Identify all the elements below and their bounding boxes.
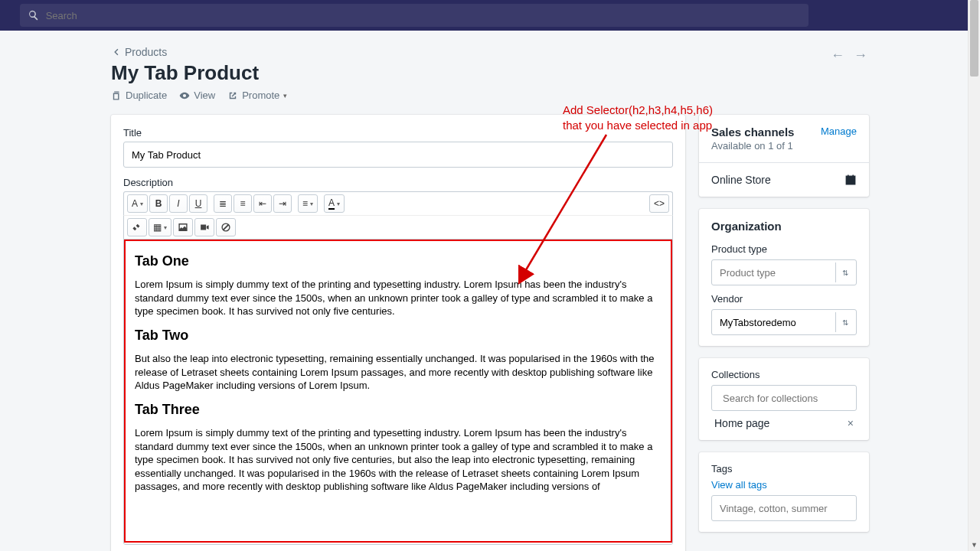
chevron-down-icon: ▾ <box>283 92 287 99</box>
organization-card: Organization Product type ⇅ Vendor ⇅ <box>699 209 869 346</box>
page-nav-arrows: ← → <box>829 46 869 65</box>
collections-card: Collections Home page × <box>699 358 869 440</box>
image-icon <box>178 222 188 233</box>
remove-collection-btn[interactable]: × <box>848 417 854 429</box>
tab-paragraph-3: Lorem Ipsum is simply dummy text of the … <box>135 426 662 494</box>
select-caret-icon: ⇅ <box>835 312 854 332</box>
title-input[interactable] <box>123 142 673 168</box>
indent-btn[interactable]: ⇥ <box>273 194 292 213</box>
nav-prev[interactable]: ← <box>829 46 846 65</box>
bold-btn[interactable]: B <box>149 194 168 213</box>
video-icon <box>199 222 210 233</box>
rte-toolbar-row2: ▦ <box>123 215 673 239</box>
tags-input[interactable] <box>711 495 857 521</box>
description-label: Description <box>123 177 673 188</box>
tab-heading-2: Tab Two <box>135 326 662 344</box>
bullets-btn[interactable]: ≣ <box>214 194 232 213</box>
video-btn[interactable] <box>194 218 214 236</box>
collections-search[interactable] <box>711 385 857 411</box>
scroll-thumb[interactable] <box>970 0 978 77</box>
numbers-btn[interactable]: ≡ <box>234 194 252 213</box>
breadcrumb[interactable]: Products <box>111 46 869 58</box>
ban-icon <box>220 222 231 233</box>
sales-channels-title: Sales channels <box>711 126 794 139</box>
clear-btn[interactable] <box>216 218 236 236</box>
collections-search-input[interactable] <box>723 393 851 404</box>
search-icon <box>28 9 40 21</box>
calendar-icon[interactable] <box>844 174 857 186</box>
view-all-tags-link[interactable]: View all tags <box>711 479 857 491</box>
collection-item-label: Home page <box>714 417 769 429</box>
tab-paragraph-2: But also the leap into electronic typese… <box>135 352 662 393</box>
font-style-dd[interactable]: A <box>127 194 148 213</box>
nav-next[interactable]: → <box>852 46 869 65</box>
breadcrumb-label: Products <box>125 46 167 58</box>
outdent-btn[interactable]: ⇤ <box>253 194 272 213</box>
organization-title: Organization <box>711 220 857 233</box>
product-type-label: Product type <box>711 243 857 255</box>
description-editor[interactable]: Tab One Lorem Ipsum is simply dummy text… <box>123 239 673 545</box>
product-main-card: Title Description A B I U ≣ ≡ <box>111 115 685 551</box>
online-store-label: Online Store <box>711 174 771 186</box>
chevron-left-icon <box>111 47 122 57</box>
table-dd[interactable]: ▦ <box>149 218 172 236</box>
eye-icon <box>179 90 190 101</box>
duplicate-icon <box>111 90 122 101</box>
link-btn[interactable] <box>127 218 147 236</box>
select-caret-icon: ⇅ <box>835 262 854 282</box>
tab-paragraph-1: Lorem Ipsum is simply dummy text of the … <box>135 278 662 318</box>
duplicate-label: Duplicate <box>126 90 167 101</box>
promote-label: Promote <box>242 90 279 101</box>
view-action[interactable]: View <box>179 90 215 101</box>
rte-toolbar: A B I U ≣ ≡ ⇤ ⇥ ≡ <box>123 191 673 215</box>
view-label: View <box>194 90 215 101</box>
external-icon <box>227 90 238 101</box>
sales-channels-card: Sales channels Manage Available on 1 of … <box>699 115 869 197</box>
link-icon <box>132 222 142 233</box>
promote-action[interactable]: Promote ▾ <box>227 90 287 101</box>
manage-link[interactable]: Manage <box>821 126 857 137</box>
scroll-down-icon[interactable]: ▼ <box>969 539 980 551</box>
editor-content[interactable]: Tab One Lorem Ipsum is simply dummy text… <box>124 240 672 543</box>
duplicate-action[interactable]: Duplicate <box>111 90 167 101</box>
global-search-input[interactable] <box>46 10 801 21</box>
image-btn[interactable] <box>173 218 193 236</box>
title-label: Title <box>123 127 673 139</box>
page-actions: Duplicate View Promote ▾ <box>111 90 869 101</box>
tab-heading-1: Tab One <box>135 252 662 270</box>
vendor-label: Vendor <box>711 293 857 305</box>
page-scrollbar[interactable]: ▲ ▼ <box>968 0 980 551</box>
underline-btn[interactable]: U <box>189 194 207 213</box>
tab-heading-3: Tab Three <box>135 400 662 419</box>
color-dd[interactable]: A <box>324 194 345 213</box>
italic-btn[interactable]: I <box>169 194 188 213</box>
top-bar <box>0 0 980 31</box>
html-btn[interactable]: <> <box>649 194 669 213</box>
collections-title: Collections <box>711 369 857 380</box>
tags-title: Tags <box>711 463 857 474</box>
global-search[interactable] <box>20 4 808 27</box>
sales-channels-subtitle: Available on 1 of 1 <box>711 140 857 152</box>
page-title: My Tab Product <box>111 61 869 85</box>
align-dd[interactable]: ≡ <box>298 194 318 213</box>
tags-card: Tags View all tags <box>699 452 869 532</box>
